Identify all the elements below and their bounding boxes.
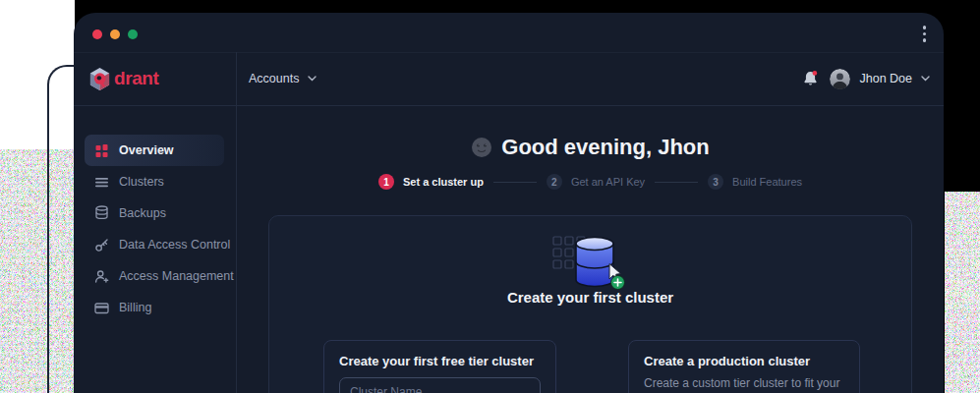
qdrant-logo-icon [88,67,111,91]
logo-wordmark: drant [114,68,159,89]
card-title: Create your first cluster [269,289,911,306]
step-connector [655,182,698,183]
create-cluster-card: Create your first cluster Create your fi… [268,215,912,393]
user-menu[interactable]: Jhon Doe [830,69,930,89]
window-menu-button[interactable] [923,26,927,42]
transparency-noise-right [945,192,980,393]
avatar [830,69,850,89]
chevron-down-icon [308,76,317,82]
step-label: Set a cluster up [403,176,484,188]
free-tier-heading: Create your first free tier cluster [339,354,541,368]
bell-icon [802,70,819,87]
traffic-light-minimize[interactable] [110,29,120,39]
database-cursor-plus-illustration [269,232,911,291]
sidebar: Overview Clusters Backups [74,105,236,393]
kebab-icon [923,26,927,29]
sidebar-item-overview[interactable]: Overview [85,135,224,166]
qdrant-logo: drant [88,52,159,105]
sidebar-item-label: Billing [119,301,151,314]
chevron-down-icon [921,76,930,82]
dashboard-grid-icon [94,143,109,158]
key-icon [94,238,109,253]
sidebar-item-billing[interactable]: Billing [74,292,236,323]
title-bar [74,13,944,53]
traffic-light-close[interactable] [92,29,102,39]
user-plus-icon [94,269,109,284]
sidebar-item-label: Overview [119,143,174,157]
top-header: drant Accounts [74,52,944,106]
credit-card-icon [94,301,109,315]
step-get-api-key: 2 Get an API Key [547,174,645,190]
step-label: Build Features [732,176,802,188]
greeting: Good evening, Jhon [237,135,944,160]
onboarding-stepper: 1 Set a cluster up 2 Get an API Key 3 Bu… [237,174,944,190]
traffic-light-zoom[interactable] [128,29,138,39]
step-build-features: 3 Build Features [708,174,802,190]
user-name: Jhon Doe [859,72,912,85]
main-content: Good evening, Jhon 1 Set a cluster up 2 … [237,105,944,393]
sidebar-item-label: Access Management [119,269,234,283]
notifications-button[interactable] [802,70,819,87]
sidebar-item-label: Data Access Control [119,238,230,252]
sidebar-item-data-access-control[interactable]: Data Access Control [74,229,236,260]
production-description: Create a custom tier cluster to fit your… [644,375,844,393]
header-right-group: Jhon Doe [802,52,930,105]
app-window: drant Accounts [74,13,944,393]
database-illustration-icon [552,232,629,291]
greeting-text: Good evening, Jhon [501,135,709,160]
production-cluster-card[interactable]: Create a production cluster Create a cus… [628,340,860,393]
step-number: 3 [708,174,723,190]
step-set-cluster-up: 1 Set a cluster up [378,174,484,190]
database-stack-icon [94,205,109,221]
sidebar-item-label: Clusters [119,175,164,189]
list-lines-icon [94,175,109,190]
step-number: 2 [547,174,562,190]
sidebar-item-label: Backups [119,206,166,220]
accounts-label: Accounts [249,72,299,85]
production-heading: Create a production cluster [644,354,844,368]
sidebar-item-backups[interactable]: Backups [74,197,236,229]
step-connector [493,182,537,183]
step-label: Get an API Key [571,176,645,188]
screenshot-root: drant Accounts [0,0,980,393]
step-number: 1 [378,174,394,190]
accounts-dropdown[interactable]: Accounts [249,52,317,105]
sidebar-item-access-management[interactable]: Access Management [74,260,236,292]
new-moon-face-emoji-icon [471,137,492,158]
free-tier-cluster-card: Create your first free tier cluster [323,340,556,393]
sidebar-item-clusters[interactable]: Clusters [74,166,236,197]
cluster-name-input[interactable] [339,377,541,393]
notification-dot [813,71,818,76]
